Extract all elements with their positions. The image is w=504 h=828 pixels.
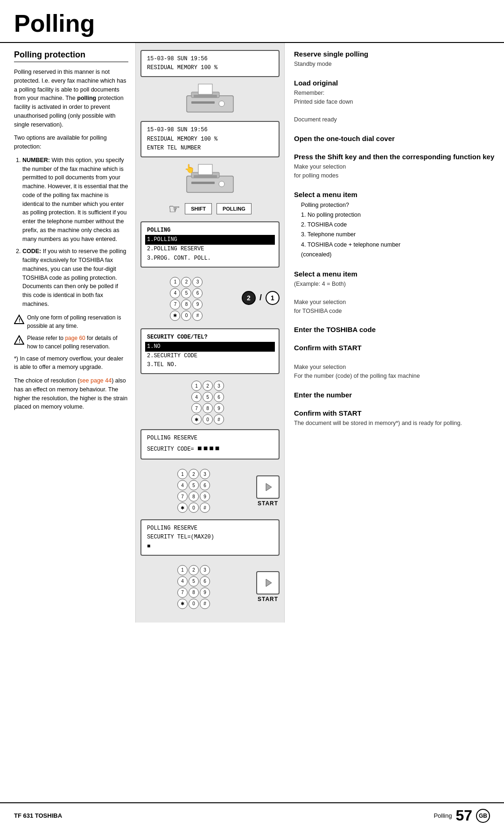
key-4b[interactable]: 4 <box>191 392 202 402</box>
warning-text-1: Only one form of polling reservation is … <box>27 313 128 330</box>
step9-title: Enter the number <box>294 391 495 399</box>
security-item1: 1.NO <box>145 342 275 352</box>
key-8b[interactable]: 8 <box>203 403 213 413</box>
key-star[interactable]: ✱ <box>170 311 180 321</box>
key-4[interactable]: 4 <box>170 288 180 298</box>
svg-rect-6 <box>198 84 212 94</box>
intro-paragraph-2: Two options are available for polling pr… <box>14 134 128 151</box>
list-item-code: CODE: If you wish to reserve the polling… <box>22 247 128 308</box>
screen2-line1: 15-03-98 SUN 19:56 <box>147 126 273 134</box>
svg-rect-10 <box>187 176 233 192</box>
warning-text-2: Please refer to page 60 for details of h… <box>27 334 128 351</box>
key-2b[interactable]: 2 <box>203 381 213 391</box>
key-hash[interactable]: # <box>192 311 203 321</box>
section-title: Polling protection <box>14 50 128 62</box>
step5-list2: 1. No polling protection <box>301 210 495 220</box>
key-2[interactable]: 2 <box>181 277 191 287</box>
security-dots: ■■■■ <box>197 445 221 453</box>
key-3d[interactable]: 3 <box>200 565 210 575</box>
footnote-1: *) In case of memory overflow, your deal… <box>14 354 128 372</box>
footer-page-num: 57 <box>455 807 472 824</box>
key-5d[interactable]: 5 <box>189 576 199 587</box>
numpad-3: 1 2 3 4 5 6 7 8 9 ✱ 0 # <box>177 469 215 513</box>
key-9d[interactable]: 9 <box>200 587 210 598</box>
step-enter-number: Enter the number <box>294 391 495 399</box>
numpad-4: 1 2 3 4 5 6 7 8 9 ✱ 0 # <box>177 565 215 609</box>
key-9c[interactable]: 9 <box>200 491 210 502</box>
step4-title: Press the Shift key and then the corresp… <box>294 153 495 161</box>
key-1b[interactable]: 1 <box>191 381 202 391</box>
step-press-shift: Press the Shift key and then the corresp… <box>294 153 495 180</box>
step6-sub3: for TOSHIBA code <box>294 307 495 316</box>
step4-sub1: Make your selection <box>294 163 495 171</box>
key-1d[interactable]: 1 <box>177 565 188 575</box>
numpad-1: 1 2 3 4 5 6 7 8 9 ✱ 0 # <box>170 277 207 321</box>
key-7b[interactable]: 7 <box>191 403 202 413</box>
key-7c[interactable]: 7 <box>177 491 188 502</box>
step-select-menu-2: Select a menu item (Example: 4 = Both) M… <box>294 270 495 315</box>
key-3[interactable]: 3 <box>192 277 203 287</box>
svg-rect-7 <box>194 95 217 98</box>
key-6b[interactable]: 6 <box>214 392 224 402</box>
key-9[interactable]: 9 <box>192 299 203 310</box>
key-5b[interactable]: 5 <box>203 392 213 402</box>
step-load-original: Load original Remember: Printed side fac… <box>294 79 495 124</box>
screen1-line2: RESIDUAL MEMORY 100 % <box>147 64 273 72</box>
step5-title: Select a menu item <box>294 191 495 198</box>
key-8c[interactable]: 8 <box>189 491 199 502</box>
key-7d[interactable]: 7 <box>177 587 188 598</box>
key-3b[interactable]: 3 <box>214 381 224 391</box>
step6-title: Select a menu item <box>294 270 495 278</box>
key-hashd[interactable]: # <box>200 599 210 609</box>
key-6d[interactable]: 6 <box>200 576 210 587</box>
key-9b[interactable]: 9 <box>214 403 224 413</box>
start-button-2[interactable] <box>256 571 280 594</box>
key-6c[interactable]: 6 <box>200 480 210 490</box>
key-0[interactable]: 0 <box>181 311 191 321</box>
step-confirm-start-2: Confirm with START The document will be … <box>294 409 495 428</box>
key-8[interactable]: 8 <box>181 299 191 310</box>
step-open-cover: Open the one-touch dial cover <box>294 134 495 142</box>
step3-title: Open the one-touch dial cover <box>294 134 495 142</box>
security-tel-label: SECURITY TEL=(MAX20) ■ <box>147 533 273 551</box>
key-hashc[interactable]: # <box>200 502 210 513</box>
shift-key: SHIFT <box>185 203 212 214</box>
gb-badge: GB <box>476 809 490 823</box>
key-0d[interactable]: 0 <box>189 599 199 609</box>
key-3c[interactable]: 3 <box>200 469 210 479</box>
page-footer: TF 631 TOSHIBA Polling 57 GB <box>0 802 504 828</box>
key-1c[interactable]: 1 <box>177 469 188 479</box>
key-starb[interactable]: ✱ <box>191 414 202 425</box>
step2-sub1: Remember: <box>294 89 495 98</box>
key-4d[interactable]: 4 <box>177 576 188 587</box>
svg-text:!: ! <box>19 318 21 323</box>
key-0b[interactable]: 0 <box>203 414 213 425</box>
right-column: Reserve single polling Standby mode Load… <box>285 43 504 623</box>
step1-sub: Standby mode <box>294 60 495 69</box>
key-stard[interactable]: ✱ <box>177 599 188 609</box>
key-2d[interactable]: 2 <box>189 565 199 575</box>
security-menu-title: SECURITY CODE/TEL? <box>147 333 273 342</box>
keyboard-area: ☞ SHIFT POLLING <box>140 201 280 217</box>
key-1[interactable]: 1 <box>170 277 180 287</box>
start-button-1[interactable] <box>256 475 280 499</box>
key-4c[interactable]: 4 <box>177 480 188 490</box>
step10-title: Confirm with START <box>294 409 495 417</box>
key-8d[interactable]: 8 <box>189 587 199 598</box>
footer-left: TF 631 TOSHIBA <box>14 812 62 819</box>
doc-load-illustration-2: 👆 <box>182 162 238 195</box>
polling-key: POLLING <box>217 203 252 214</box>
key-5c[interactable]: 5 <box>189 480 199 490</box>
key-5[interactable]: 5 <box>181 288 191 298</box>
key-starc[interactable]: ✱ <box>177 502 188 513</box>
numpad-start-row-1: 1 2 3 4 5 6 7 8 9 ✱ 0 # <box>140 466 280 516</box>
key-6[interactable]: 6 <box>192 288 203 298</box>
key-0c[interactable]: 0 <box>189 502 199 513</box>
key-hashb[interactable]: # <box>214 414 224 425</box>
key-2c[interactable]: 2 <box>189 469 199 479</box>
polling-reserve-label: POLLING RESERVE <box>147 434 273 443</box>
doc-load-illustration-1 <box>182 82 238 114</box>
page-title-area: Polling <box>0 0 504 43</box>
key-7[interactable]: 7 <box>170 299 180 310</box>
selector-slash: / <box>259 293 262 303</box>
